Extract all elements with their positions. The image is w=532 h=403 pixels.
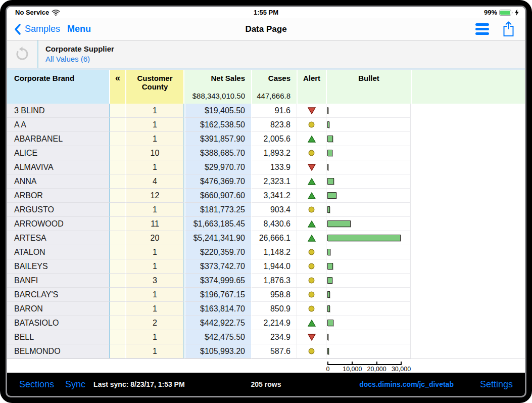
bullet-cell xyxy=(326,160,411,174)
alert-steady-circle-icon xyxy=(308,277,315,284)
cases-cell: 3,341.2 xyxy=(251,189,297,203)
collapse-spacer-cell xyxy=(110,160,126,174)
table-row[interactable]: ATALON 1 $220,359.70 1,148.2 xyxy=(7,245,525,259)
brand-cell: ARGUSTO xyxy=(7,203,110,217)
table-row[interactable]: ANNA 4 $476,369.70 2,323.1 xyxy=(7,174,525,189)
brand-cell: BATASIOLO xyxy=(7,316,110,330)
axis-tick-mark xyxy=(327,362,328,364)
table-row[interactable]: ALMAVIVA 1 $29,970.70 133.9 xyxy=(7,160,525,174)
alert-cell xyxy=(297,132,326,146)
county-cell: 1 xyxy=(126,160,184,174)
table-row[interactable]: BATASIOLO 2 $442,922.75 2,214.9 xyxy=(7,316,525,330)
collapse-columns-button[interactable]: « xyxy=(110,70,126,104)
menu-hamburger-button[interactable] xyxy=(475,23,489,35)
table-row[interactable]: ALICE 10 $388,685.70 1,893.2 xyxy=(7,146,525,160)
column-header-net-sales[interactable]: Net Sales $88,343,010.50 xyxy=(184,70,251,104)
bullet-bar xyxy=(327,263,333,270)
table-row[interactable]: ABARBANEL 1 $391,857.90 2,005.6 xyxy=(7,132,525,146)
cases-cell: 958.8 xyxy=(251,288,297,302)
column-header-customer-county[interactable]: Customer County xyxy=(126,70,184,104)
column-header-bullet[interactable]: Bullet xyxy=(326,70,411,104)
net-sales-cell: $5,241,341.90 xyxy=(184,231,251,245)
net-sales-cell: $163,814.70 xyxy=(184,302,251,316)
county-cell: 20 xyxy=(126,231,184,245)
brand-cell: BARCLAY'S xyxy=(7,288,110,302)
row-spacer-cell xyxy=(411,132,525,146)
net-sales-cell: $660,907.60 xyxy=(184,189,251,203)
net-sales-cell: $220,359.70 xyxy=(184,245,251,259)
row-spacer-cell xyxy=(411,203,525,217)
cases-cell: 8,430.6 xyxy=(251,217,297,231)
net-sales-cell: $29,970.70 xyxy=(184,160,251,174)
table-row[interactable]: BANFI 3 $374,999.65 1,876.3 xyxy=(7,274,525,288)
table-row[interactable]: BELL 1 $42,475.50 234.9 xyxy=(7,330,525,344)
alert-cell xyxy=(297,118,326,132)
collapse-spacer-cell xyxy=(110,330,126,344)
row-spacer-cell xyxy=(411,344,525,359)
table-row[interactable]: BARCLAY'S 1 $196,767.15 958.8 xyxy=(7,288,525,302)
collapse-spacer-cell xyxy=(110,217,126,231)
table-row[interactable]: 3 BLIND 1 $19,405.50 91.6 xyxy=(7,104,525,118)
table-row[interactable]: A A 1 $162,538.50 823.8 xyxy=(7,118,525,132)
table-body: 3 BLIND 1 $19,405.50 91.6 xyxy=(7,104,525,359)
row-count-label: 205 rows xyxy=(251,380,281,388)
alert-cell xyxy=(297,231,326,245)
table-row[interactable]: BELMONDO 1 $105,993.20 587.6 xyxy=(7,344,525,359)
filter-value-link[interactable]: All Values (6) xyxy=(45,55,114,63)
share-icon[interactable] xyxy=(502,21,515,37)
dimension-filter[interactable]: Corporate Supplier All Values (6) xyxy=(38,40,114,68)
bullet-cell xyxy=(326,288,411,302)
collapse-spacer-cell xyxy=(110,174,126,189)
bullet-bar xyxy=(327,178,334,185)
county-cell: 3 xyxy=(126,274,184,288)
net-sales-cell: $181,773.25 xyxy=(184,203,251,217)
collapse-spacer-cell xyxy=(110,344,126,359)
bullet-bar xyxy=(327,107,328,114)
refresh-button[interactable] xyxy=(7,40,38,68)
row-spacer-cell xyxy=(411,160,525,174)
sections-button[interactable]: Sections xyxy=(19,379,54,390)
bullet-cell xyxy=(326,302,411,316)
alert-cell xyxy=(297,104,326,118)
alert-steady-circle-icon xyxy=(308,150,315,156)
bullet-bar xyxy=(327,220,351,227)
county-cell: 12 xyxy=(126,189,184,203)
row-spacer-cell xyxy=(411,245,525,259)
brand-cell: ARBOR xyxy=(7,189,110,203)
net-sales-cell: $442,922.75 xyxy=(184,316,251,330)
settings-button[interactable]: Settings xyxy=(480,379,513,390)
table-row[interactable]: ARGUSTO 1 $181,773.25 903.4 xyxy=(7,203,525,217)
alert-down-triangle-icon xyxy=(308,107,316,114)
bullet-cell xyxy=(326,245,411,259)
net-sales-cell: $391,857.90 xyxy=(184,132,251,146)
county-cell: 1 xyxy=(126,302,184,316)
brand-cell: BAILEYS xyxy=(7,259,110,274)
column-header-alert[interactable]: Alert xyxy=(297,70,326,104)
axis-tick-mark xyxy=(401,362,402,364)
alert-cell xyxy=(297,259,326,274)
sync-button[interactable]: Sync xyxy=(65,379,85,390)
bullet-bar xyxy=(327,121,329,128)
net-sales-cell: $1,663,185.45 xyxy=(184,217,251,231)
table-row[interactable]: ARBOR 12 $660,907.60 3,341.2 xyxy=(7,189,525,203)
net-sales-cell: $42,475.50 xyxy=(184,330,251,344)
row-spacer-cell xyxy=(411,146,525,160)
bullet-bar xyxy=(327,235,401,241)
net-sales-cell: $105,993.20 xyxy=(184,344,251,359)
axis-tick-mark xyxy=(352,362,353,364)
table-row[interactable]: ARTESA 20 $5,241,341.90 26,666.1 xyxy=(7,231,525,245)
column-header-cases[interactable]: Cases 447,666.8 xyxy=(251,70,297,104)
table-row[interactable]: BARON 1 $163,814.70 850.9 xyxy=(7,302,525,316)
brand-cell: BELMONDO xyxy=(7,344,110,359)
battery-percent-label: 99% xyxy=(484,9,497,16)
cases-cell: 1,876.3 xyxy=(251,274,297,288)
docs-url-link[interactable]: docs.dimins.com/jc_divetab xyxy=(359,380,454,388)
cases-cell: 234.9 xyxy=(251,330,297,344)
table-row[interactable]: ARROWOOD 11 $1,663,185.45 8,430.6 xyxy=(7,217,525,231)
column-header-corporate-brand[interactable]: Corporate Brand xyxy=(7,70,110,104)
county-cell: 1 xyxy=(126,118,184,132)
table-row[interactable]: BAILEYS 1 $373,742.70 1,944.0 xyxy=(7,259,525,274)
alert-cell xyxy=(297,330,326,344)
bullet-cell xyxy=(326,104,411,118)
battery-icon xyxy=(499,10,513,16)
